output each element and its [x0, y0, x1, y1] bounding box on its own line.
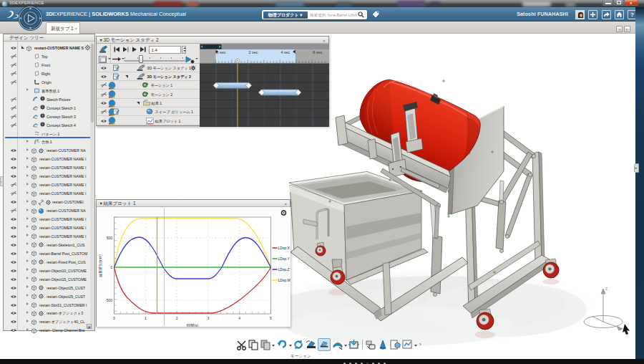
svg-text:6 sec: 6 sec: [313, 50, 322, 54]
svg-text:i: i: [42, 97, 43, 100]
svg-text:Z: Z: [605, 287, 608, 291]
svg-text:LDsp.Z: LDsp.Z: [278, 267, 289, 272]
svg-text:3: 3: [207, 316, 209, 320]
svg-text:1: 1: [144, 316, 146, 320]
svg-text:2: 2: [175, 316, 177, 320]
svg-text:0 sec: 0 sec: [217, 50, 226, 54]
svg-text:i: i: [42, 105, 43, 109]
svg-text:0: 0: [110, 265, 112, 269]
svg-text:5: 5: [270, 316, 272, 320]
svg-text:500: 500: [106, 236, 112, 240]
svg-text:0: 0: [113, 316, 115, 320]
svg-text:LDsp.Y: LDsp.Y: [278, 257, 290, 261]
svg-text:LDsp.X: LDsp.X: [278, 246, 290, 250]
svg-text:-500: -500: [104, 298, 112, 302]
svg-text:LDsp.M: LDsp.M: [278, 278, 290, 282]
svg-text:線形変位(mm): 線形変位(mm): [98, 254, 102, 278]
svg-text:i: i: [42, 123, 43, 126]
svg-text:時間(s): 時間(s): [186, 323, 198, 327]
svg-text:4: 4: [238, 316, 240, 320]
svg-text:2 sec: 2 sec: [248, 50, 258, 54]
svg-text:i: i: [42, 114, 43, 118]
svg-text:4 sec: 4 sec: [280, 50, 290, 54]
